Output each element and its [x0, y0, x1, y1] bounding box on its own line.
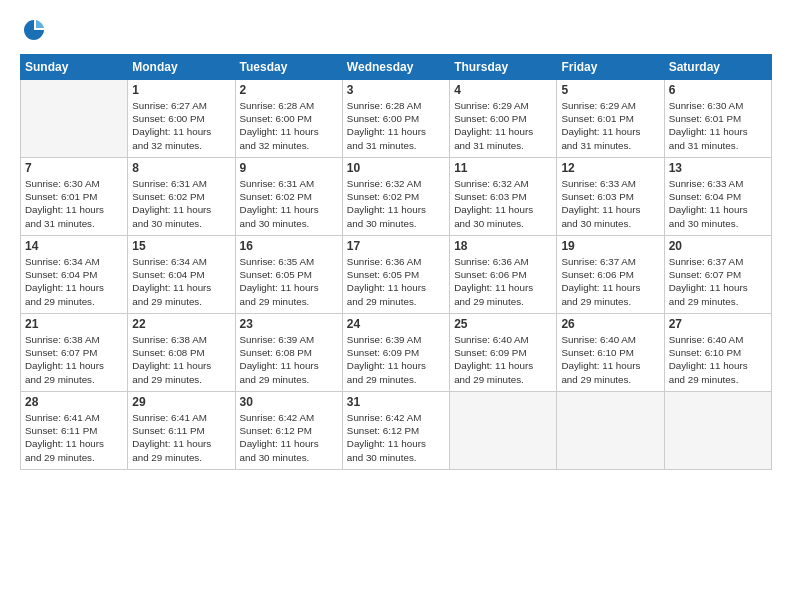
- cell-content: Sunrise: 6:27 AM Sunset: 6:00 PM Dayligh…: [132, 99, 230, 152]
- calendar-header-tuesday: Tuesday: [235, 55, 342, 80]
- cell-content: Sunrise: 6:41 AM Sunset: 6:11 PM Dayligh…: [132, 411, 230, 464]
- calendar-cell: 12Sunrise: 6:33 AM Sunset: 6:03 PM Dayli…: [557, 158, 664, 236]
- week-row-4: 21Sunrise: 6:38 AM Sunset: 6:07 PM Dayli…: [21, 314, 772, 392]
- calendar-cell: [21, 80, 128, 158]
- cell-content: Sunrise: 6:36 AM Sunset: 6:06 PM Dayligh…: [454, 255, 552, 308]
- cell-content: Sunrise: 6:33 AM Sunset: 6:04 PM Dayligh…: [669, 177, 767, 230]
- cell-content: Sunrise: 6:29 AM Sunset: 6:00 PM Dayligh…: [454, 99, 552, 152]
- page: SundayMondayTuesdayWednesdayThursdayFrid…: [0, 0, 792, 612]
- day-number: 25: [454, 317, 552, 331]
- week-row-1: 1Sunrise: 6:27 AM Sunset: 6:00 PM Daylig…: [21, 80, 772, 158]
- cell-content: Sunrise: 6:34 AM Sunset: 6:04 PM Dayligh…: [25, 255, 123, 308]
- calendar-header-thursday: Thursday: [450, 55, 557, 80]
- cell-content: Sunrise: 6:37 AM Sunset: 6:06 PM Dayligh…: [561, 255, 659, 308]
- cell-content: Sunrise: 6:41 AM Sunset: 6:11 PM Dayligh…: [25, 411, 123, 464]
- day-number: 21: [25, 317, 123, 331]
- cell-content: Sunrise: 6:38 AM Sunset: 6:07 PM Dayligh…: [25, 333, 123, 386]
- day-number: 14: [25, 239, 123, 253]
- week-row-3: 14Sunrise: 6:34 AM Sunset: 6:04 PM Dayli…: [21, 236, 772, 314]
- calendar-cell: 14Sunrise: 6:34 AM Sunset: 6:04 PM Dayli…: [21, 236, 128, 314]
- cell-content: Sunrise: 6:33 AM Sunset: 6:03 PM Dayligh…: [561, 177, 659, 230]
- calendar-cell: 5Sunrise: 6:29 AM Sunset: 6:01 PM Daylig…: [557, 80, 664, 158]
- day-number: 18: [454, 239, 552, 253]
- calendar-header-friday: Friday: [557, 55, 664, 80]
- day-number: 16: [240, 239, 338, 253]
- calendar-cell: 23Sunrise: 6:39 AM Sunset: 6:08 PM Dayli…: [235, 314, 342, 392]
- day-number: 27: [669, 317, 767, 331]
- calendar-cell: 26Sunrise: 6:40 AM Sunset: 6:10 PM Dayli…: [557, 314, 664, 392]
- day-number: 9: [240, 161, 338, 175]
- calendar-cell: 6Sunrise: 6:30 AM Sunset: 6:01 PM Daylig…: [664, 80, 771, 158]
- calendar-cell: [664, 392, 771, 470]
- calendar-cell: 27Sunrise: 6:40 AM Sunset: 6:10 PM Dayli…: [664, 314, 771, 392]
- cell-content: Sunrise: 6:38 AM Sunset: 6:08 PM Dayligh…: [132, 333, 230, 386]
- day-number: 12: [561, 161, 659, 175]
- day-number: 28: [25, 395, 123, 409]
- calendar-cell: [450, 392, 557, 470]
- week-row-5: 28Sunrise: 6:41 AM Sunset: 6:11 PM Dayli…: [21, 392, 772, 470]
- calendar-header-sunday: Sunday: [21, 55, 128, 80]
- calendar-cell: 4Sunrise: 6:29 AM Sunset: 6:00 PM Daylig…: [450, 80, 557, 158]
- calendar-cell: 17Sunrise: 6:36 AM Sunset: 6:05 PM Dayli…: [342, 236, 449, 314]
- logo: [20, 16, 54, 44]
- day-number: 26: [561, 317, 659, 331]
- cell-content: Sunrise: 6:36 AM Sunset: 6:05 PM Dayligh…: [347, 255, 445, 308]
- cell-content: Sunrise: 6:30 AM Sunset: 6:01 PM Dayligh…: [25, 177, 123, 230]
- cell-content: Sunrise: 6:31 AM Sunset: 6:02 PM Dayligh…: [132, 177, 230, 230]
- cell-content: Sunrise: 6:42 AM Sunset: 6:12 PM Dayligh…: [347, 411, 445, 464]
- cell-content: Sunrise: 6:40 AM Sunset: 6:09 PM Dayligh…: [454, 333, 552, 386]
- day-number: 11: [454, 161, 552, 175]
- calendar-cell: 15Sunrise: 6:34 AM Sunset: 6:04 PM Dayli…: [128, 236, 235, 314]
- calendar-header-saturday: Saturday: [664, 55, 771, 80]
- calendar-cell: 16Sunrise: 6:35 AM Sunset: 6:05 PM Dayli…: [235, 236, 342, 314]
- day-number: 22: [132, 317, 230, 331]
- day-number: 24: [347, 317, 445, 331]
- day-number: 20: [669, 239, 767, 253]
- cell-content: Sunrise: 6:30 AM Sunset: 6:01 PM Dayligh…: [669, 99, 767, 152]
- calendar-cell: 25Sunrise: 6:40 AM Sunset: 6:09 PM Dayli…: [450, 314, 557, 392]
- calendar-cell: 31Sunrise: 6:42 AM Sunset: 6:12 PM Dayli…: [342, 392, 449, 470]
- day-number: 15: [132, 239, 230, 253]
- day-number: 29: [132, 395, 230, 409]
- calendar-cell: 29Sunrise: 6:41 AM Sunset: 6:11 PM Dayli…: [128, 392, 235, 470]
- cell-content: Sunrise: 6:29 AM Sunset: 6:01 PM Dayligh…: [561, 99, 659, 152]
- day-number: 17: [347, 239, 445, 253]
- calendar-header-row: SundayMondayTuesdayWednesdayThursdayFrid…: [21, 55, 772, 80]
- cell-content: Sunrise: 6:31 AM Sunset: 6:02 PM Dayligh…: [240, 177, 338, 230]
- cell-content: Sunrise: 6:28 AM Sunset: 6:00 PM Dayligh…: [240, 99, 338, 152]
- day-number: 8: [132, 161, 230, 175]
- cell-content: Sunrise: 6:32 AM Sunset: 6:03 PM Dayligh…: [454, 177, 552, 230]
- calendar-cell: 2Sunrise: 6:28 AM Sunset: 6:00 PM Daylig…: [235, 80, 342, 158]
- cell-content: Sunrise: 6:35 AM Sunset: 6:05 PM Dayligh…: [240, 255, 338, 308]
- day-number: 13: [669, 161, 767, 175]
- calendar-cell: 9Sunrise: 6:31 AM Sunset: 6:02 PM Daylig…: [235, 158, 342, 236]
- day-number: 2: [240, 83, 338, 97]
- calendar-header-monday: Monday: [128, 55, 235, 80]
- week-row-2: 7Sunrise: 6:30 AM Sunset: 6:01 PM Daylig…: [21, 158, 772, 236]
- calendar-cell: 1Sunrise: 6:27 AM Sunset: 6:00 PM Daylig…: [128, 80, 235, 158]
- day-number: 7: [25, 161, 123, 175]
- day-number: 31: [347, 395, 445, 409]
- day-number: 1: [132, 83, 230, 97]
- cell-content: Sunrise: 6:39 AM Sunset: 6:09 PM Dayligh…: [347, 333, 445, 386]
- day-number: 10: [347, 161, 445, 175]
- calendar-cell: 13Sunrise: 6:33 AM Sunset: 6:04 PM Dayli…: [664, 158, 771, 236]
- calendar-cell: 18Sunrise: 6:36 AM Sunset: 6:06 PM Dayli…: [450, 236, 557, 314]
- day-number: 5: [561, 83, 659, 97]
- cell-content: Sunrise: 6:40 AM Sunset: 6:10 PM Dayligh…: [561, 333, 659, 386]
- calendar-cell: 24Sunrise: 6:39 AM Sunset: 6:09 PM Dayli…: [342, 314, 449, 392]
- calendar-cell: 7Sunrise: 6:30 AM Sunset: 6:01 PM Daylig…: [21, 158, 128, 236]
- day-number: 19: [561, 239, 659, 253]
- calendar-header-wednesday: Wednesday: [342, 55, 449, 80]
- calendar-cell: 30Sunrise: 6:42 AM Sunset: 6:12 PM Dayli…: [235, 392, 342, 470]
- cell-content: Sunrise: 6:37 AM Sunset: 6:07 PM Dayligh…: [669, 255, 767, 308]
- cell-content: Sunrise: 6:28 AM Sunset: 6:00 PM Dayligh…: [347, 99, 445, 152]
- calendar-cell: 3Sunrise: 6:28 AM Sunset: 6:00 PM Daylig…: [342, 80, 449, 158]
- day-number: 23: [240, 317, 338, 331]
- cell-content: Sunrise: 6:39 AM Sunset: 6:08 PM Dayligh…: [240, 333, 338, 386]
- calendar-cell: 20Sunrise: 6:37 AM Sunset: 6:07 PM Dayli…: [664, 236, 771, 314]
- logo-icon: [20, 16, 48, 44]
- day-number: 6: [669, 83, 767, 97]
- cell-content: Sunrise: 6:40 AM Sunset: 6:10 PM Dayligh…: [669, 333, 767, 386]
- cell-content: Sunrise: 6:34 AM Sunset: 6:04 PM Dayligh…: [132, 255, 230, 308]
